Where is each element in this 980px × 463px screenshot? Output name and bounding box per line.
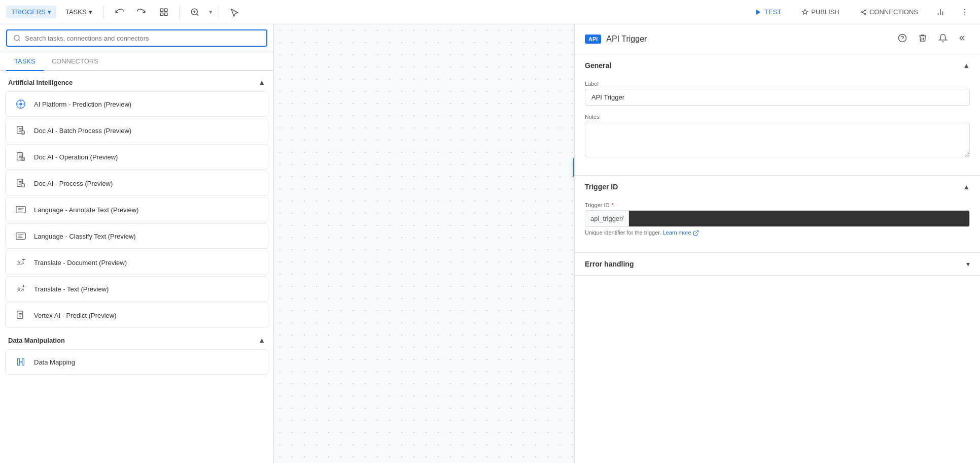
search-input[interactable] bbox=[25, 35, 260, 42]
task-list: Artificial Intelligence ▲ AI Platform - … bbox=[0, 71, 273, 463]
section-triggerid-header[interactable]: Trigger ID ▲ bbox=[575, 176, 980, 198]
svg-point-17 bbox=[964, 11, 965, 12]
language-classify-icon bbox=[14, 229, 28, 243]
svg-point-10 bbox=[864, 13, 865, 14]
cursor-btn[interactable] bbox=[225, 3, 243, 21]
section-triggerid-chevron: ▲ bbox=[963, 183, 970, 191]
triggers-btn[interactable]: TRIGGERS ▾ bbox=[6, 6, 56, 18]
trigger-prefix: api_trigger/ bbox=[585, 211, 629, 226]
publish-label: PUBLISH bbox=[811, 8, 839, 16]
notes-field-group: Notes bbox=[585, 114, 970, 159]
trigger-id-row: api_trigger/ bbox=[585, 210, 970, 227]
list-item[interactable]: Language - Classify Text (Preview) bbox=[5, 223, 268, 249]
tasks-dropdown-icon: ▾ bbox=[89, 8, 92, 16]
learn-more-link[interactable]: Learn more bbox=[662, 229, 698, 236]
panel-title-text: API Trigger bbox=[606, 35, 647, 44]
svg-point-9 bbox=[864, 10, 865, 11]
tabs-row: TASKS CONNECTORS bbox=[0, 52, 273, 71]
svg-line-11 bbox=[862, 11, 865, 12]
tab-connectors[interactable]: CONNECTORS bbox=[44, 52, 107, 71]
list-item[interactable]: 文A Translate - Text (Preview) bbox=[5, 276, 268, 302]
trigger-value-masked bbox=[629, 211, 969, 226]
doc-ai-batch-icon bbox=[14, 123, 28, 138]
section-error-title: Error handling bbox=[585, 260, 634, 268]
analytics-btn[interactable] bbox=[931, 3, 950, 21]
top-nav: TRIGGERS ▾ TASKS ▾ ▾ TEST PUBLISH CONNEC… bbox=[0, 0, 980, 24]
category-ai[interactable]: Artificial Intelligence ▲ bbox=[0, 71, 273, 90]
list-item[interactable]: 文A Translate - Document (Preview) bbox=[5, 250, 268, 275]
delete-btn[interactable] bbox=[916, 31, 929, 47]
section-error-chevron: ▾ bbox=[966, 260, 970, 268]
zoom-dropdown-icon: ▾ bbox=[209, 8, 213, 16]
svg-point-8 bbox=[861, 11, 862, 12]
triggers-label: TRIGGERS bbox=[11, 8, 46, 16]
test-label: TEST bbox=[764, 8, 781, 16]
translate-text-icon: 文A bbox=[14, 282, 28, 296]
triggerid-field-group: Trigger ID * api_trigger/ Unique identif… bbox=[585, 202, 970, 236]
section-error-header[interactable]: Error handling ▾ bbox=[575, 253, 980, 275]
svg-point-16 bbox=[964, 9, 965, 10]
canvas-area[interactable]: API API Trigger bbox=[274, 24, 574, 463]
tasks-btn[interactable]: TASKS ▾ bbox=[60, 6, 97, 18]
helper-text: Unique identifier for the trigger. Learn… bbox=[585, 229, 970, 236]
svg-rect-0 bbox=[160, 9, 163, 11]
category-data-chevron[interactable]: ▲ bbox=[258, 336, 265, 344]
redo-btn[interactable] bbox=[132, 3, 151, 21]
label-field-label: Label bbox=[585, 81, 970, 87]
zoom-btn[interactable] bbox=[186, 3, 204, 21]
category-data-label: Data Manipulation bbox=[8, 337, 65, 344]
ai-platform-icon bbox=[14, 97, 28, 111]
right-nav: TEST PUBLISH CONNECTIONS bbox=[748, 3, 974, 21]
list-item[interactable]: Doc AI - Operation (Preview) bbox=[5, 144, 268, 170]
test-btn[interactable]: TEST bbox=[748, 5, 788, 19]
notification-btn[interactable] bbox=[936, 31, 950, 47]
section-general-chevron: ▲ bbox=[963, 61, 970, 70]
list-item[interactable]: Vertex AI - Predict (Preview) bbox=[5, 303, 268, 328]
tab-tasks[interactable]: TASKS bbox=[6, 52, 44, 71]
list-item-label: Translate - Text (Preview) bbox=[34, 285, 109, 293]
layout-btn[interactable] bbox=[155, 3, 173, 21]
svg-rect-1 bbox=[164, 9, 167, 11]
connections-label: CONNECTIONS bbox=[869, 8, 918, 16]
label-field-group: Label bbox=[585, 81, 970, 106]
help-btn[interactable] bbox=[896, 31, 909, 47]
svg-line-35 bbox=[695, 231, 698, 234]
svg-line-12 bbox=[862, 12, 865, 14]
search-box bbox=[6, 29, 267, 47]
collapse-btn[interactable] bbox=[957, 31, 970, 47]
label-input[interactable] bbox=[585, 89, 970, 106]
svg-marker-7 bbox=[756, 9, 760, 15]
nav-sep-1 bbox=[103, 6, 104, 18]
undo-btn[interactable] bbox=[110, 3, 128, 21]
list-item[interactable]: Doc AI - Batch Process (Preview) bbox=[5, 118, 268, 143]
doc-ai-process-icon bbox=[14, 176, 28, 190]
category-ai-chevron[interactable]: ▲ bbox=[258, 78, 265, 86]
svg-point-21 bbox=[19, 103, 22, 106]
nav-sep-3 bbox=[219, 6, 219, 18]
list-item[interactable]: Language - Annotate Text (Preview) bbox=[5, 197, 268, 222]
list-item[interactable]: Doc AI - Process (Preview) bbox=[5, 171, 268, 196]
svg-rect-2 bbox=[160, 13, 163, 15]
notes-textarea[interactable] bbox=[585, 122, 970, 157]
more-btn[interactable] bbox=[956, 3, 974, 21]
section-general-content: Label Notes bbox=[575, 77, 980, 175]
list-item[interactable]: Data Mapping bbox=[5, 349, 268, 375]
canvas-node[interactable]: API API Trigger bbox=[573, 156, 574, 179]
right-panel-header: API API Trigger bbox=[575, 24, 980, 54]
svg-rect-3 bbox=[164, 13, 167, 15]
search-area bbox=[0, 24, 273, 52]
publish-btn[interactable]: PUBLISH bbox=[794, 5, 847, 19]
section-general-header[interactable]: General ▲ bbox=[575, 54, 980, 77]
svg-text:文A: 文A bbox=[17, 287, 25, 292]
section-general-title: General bbox=[585, 61, 611, 70]
search-icon bbox=[13, 34, 21, 42]
list-item-label: Doc AI - Operation (Preview) bbox=[34, 153, 118, 161]
list-item-label: Translate - Document (Preview) bbox=[34, 259, 127, 267]
right-panel-actions bbox=[896, 31, 970, 47]
connections-btn[interactable]: CONNECTIONS bbox=[853, 5, 925, 19]
list-item-label: Doc AI - Batch Process (Preview) bbox=[34, 127, 131, 135]
vertex-ai-icon bbox=[14, 308, 28, 322]
list-item[interactable]: AI Platform - Prediction (Preview) bbox=[5, 91, 268, 117]
category-data[interactable]: Data Manipulation ▲ bbox=[0, 329, 273, 348]
svg-text:文A: 文A bbox=[17, 260, 25, 266]
